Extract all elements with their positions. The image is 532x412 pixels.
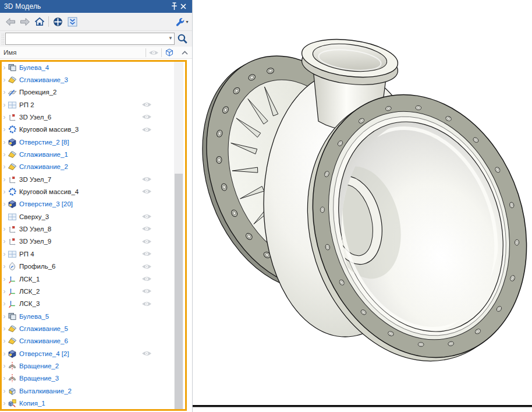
expand-chevron-icon[interactable]: › xyxy=(1,251,8,257)
tree-item[interactable]: ›Профиль_6 xyxy=(0,260,175,273)
expand-chevron-icon[interactable]: › xyxy=(1,326,8,332)
tree-item[interactable]: ›Булева_5 xyxy=(0,310,175,322)
expand-chevron-icon[interactable]: › xyxy=(1,89,8,95)
expand-chevron-icon[interactable]: › xyxy=(1,363,8,369)
expand-chevron-icon[interactable]: › xyxy=(1,400,8,406)
visibility-eye-icon[interactable] xyxy=(141,251,152,257)
smoothing-icon xyxy=(8,162,17,171)
tree-item[interactable]: ›ЛСК_3 xyxy=(0,298,175,310)
tree-item[interactable]: ›Вращение_2 xyxy=(0,360,175,372)
expand-chevron-icon[interactable]: › xyxy=(1,226,8,232)
expand-chevron-icon[interactable]: › xyxy=(1,139,8,145)
visibility-eye-icon[interactable] xyxy=(141,301,152,307)
expand-chevron-icon[interactable]: › xyxy=(1,102,8,108)
expand-chevron-icon[interactable]: › xyxy=(1,77,8,83)
tree-item[interactable]: ›Сглаживание_3 xyxy=(0,73,175,86)
expand-chevron-icon[interactable]: › xyxy=(1,126,8,132)
tree-item[interactable]: ›ЛСК_1 xyxy=(0,273,175,285)
expand-chevron-icon[interactable]: › xyxy=(1,201,8,207)
expand-chevron-icon[interactable]: › xyxy=(1,177,8,182)
tree-item[interactable]: ›Вращение_3 xyxy=(0,372,175,385)
visibility-eye-icon[interactable] xyxy=(141,176,152,182)
pin-icon[interactable] xyxy=(169,2,179,11)
tree-item-label: 3D Узел_6 xyxy=(19,114,51,121)
search-dropdown-caret-icon[interactable]: ▼ xyxy=(168,36,173,41)
home-button[interactable] xyxy=(32,15,47,29)
expand-chevron-icon[interactable]: › xyxy=(1,152,8,157)
visibility-eye-icon[interactable] xyxy=(141,226,152,232)
tree-item[interactable]: ›Отверстие_2 [8] xyxy=(0,136,175,148)
visibility-eye-icon[interactable] xyxy=(141,276,152,282)
tree-scrollbar[interactable] xyxy=(174,60,183,410)
expand-chevron-icon[interactable]: › xyxy=(1,276,8,282)
expand-chevron-icon[interactable]: › xyxy=(1,114,8,120)
tree-item[interactable]: Сверху_3 xyxy=(0,210,175,223)
tree-item[interactable]: ›3D Узел_9 xyxy=(0,235,175,248)
tree-item[interactable]: ›3D Узел_6 xyxy=(0,111,175,123)
expand-chevron-icon[interactable]: › xyxy=(1,338,8,344)
tree-item-label: Вращение_3 xyxy=(19,375,59,382)
revolve-icon xyxy=(8,361,17,371)
tree-item[interactable]: ›Сглаживание_6 xyxy=(0,335,175,347)
tree-item[interactable]: ›Булева_4 xyxy=(0,61,175,73)
scrollbar-thumb[interactable] xyxy=(175,174,183,409)
visibility-eye-icon[interactable] xyxy=(141,288,152,294)
panel-toolbar: ▾ xyxy=(0,13,192,31)
tree-item[interactable]: ›ЛСК_2 xyxy=(0,285,175,297)
tree-item[interactable]: ›Проекция_2 xyxy=(0,86,175,98)
settings-wrench-button[interactable]: ▾ xyxy=(175,15,189,29)
expand-chevron-icon[interactable]: › xyxy=(1,238,8,244)
visibility-eye-icon[interactable] xyxy=(141,350,152,357)
tree-item[interactable]: ›Выталкивание_2 xyxy=(0,385,175,397)
tree-item[interactable]: ›3D Узел_7 xyxy=(0,173,175,185)
search-input[interactable] xyxy=(5,33,175,45)
visibility-eye-icon[interactable] xyxy=(141,263,152,270)
visibility-eye-icon[interactable] xyxy=(141,238,152,245)
boolean-icon xyxy=(8,63,17,72)
visibility-eye-icon[interactable] xyxy=(141,114,152,120)
tree-item-label: Профиль_6 xyxy=(19,263,55,270)
expand-chevron-icon[interactable]: › xyxy=(1,351,8,357)
drag-grip-icon[interactable] xyxy=(1,33,4,45)
close-icon[interactable] xyxy=(179,2,188,11)
tree-item[interactable]: ›Отверстие_3 [20] xyxy=(0,198,175,210)
tree-item[interactable]: ›РП 4 xyxy=(0,248,175,260)
visibility-eye-icon[interactable] xyxy=(141,213,152,220)
search-button[interactable] xyxy=(175,32,190,46)
viewport-3d[interactable] xyxy=(193,0,532,412)
tree-item-label: ЛСК_1 xyxy=(19,276,40,283)
tree-item[interactable]: ›Сглаживание_2 xyxy=(0,161,175,173)
node-3d-icon xyxy=(8,175,17,184)
expand-chevron-icon[interactable]: › xyxy=(1,301,8,307)
expand-chevron-icon[interactable]: › xyxy=(1,314,8,319)
expand-chevron-icon[interactable]: › xyxy=(1,189,8,195)
tree-item[interactable]: ›Круговой массив_4 xyxy=(0,185,175,198)
forward-button[interactable] xyxy=(17,15,32,29)
expand-chevron-icon[interactable]: › xyxy=(1,388,8,394)
tree-item[interactable]: ›Сглаживание_1 xyxy=(0,148,175,160)
expand-chevron-icon[interactable]: › xyxy=(1,288,8,294)
tree-item[interactable]: ›РП 2 xyxy=(0,98,175,111)
revolve-icon xyxy=(8,374,17,383)
tree-item[interactable]: ›3D Узел_8 xyxy=(0,223,175,235)
visibility-eye-icon[interactable] xyxy=(141,188,152,195)
hole-icon xyxy=(8,349,17,358)
tree-item[interactable]: ›Сглаживание_5 xyxy=(0,322,175,334)
collapse-up-icon[interactable] xyxy=(177,47,192,58)
tree-item[interactable]: ›Копия_1 xyxy=(0,397,175,409)
expand-chevron-icon[interactable]: › xyxy=(1,375,8,381)
tree-item[interactable]: ›Отверстие_4 [2] xyxy=(0,347,175,360)
tree-item[interactable]: ›Круговой массив_3 xyxy=(0,124,175,136)
expand-chevron-icon[interactable]: › xyxy=(1,65,8,71)
visibility-eye-icon[interactable] xyxy=(146,47,161,58)
model-cube-icon[interactable] xyxy=(162,47,177,58)
locate-target-button[interactable] xyxy=(51,15,65,29)
tree-item-label: 3D Узел_8 xyxy=(19,226,51,233)
back-button[interactable] xyxy=(3,15,17,29)
visibility-eye-icon[interactable] xyxy=(141,101,152,108)
expand-chevron-icon[interactable]: › xyxy=(1,164,8,170)
visibility-eye-icon[interactable] xyxy=(141,126,152,133)
tree-item-label: Отверстие_4 [2] xyxy=(19,350,69,357)
expand-chevron-icon[interactable]: › xyxy=(1,263,8,269)
collapse-all-button[interactable] xyxy=(65,15,80,29)
